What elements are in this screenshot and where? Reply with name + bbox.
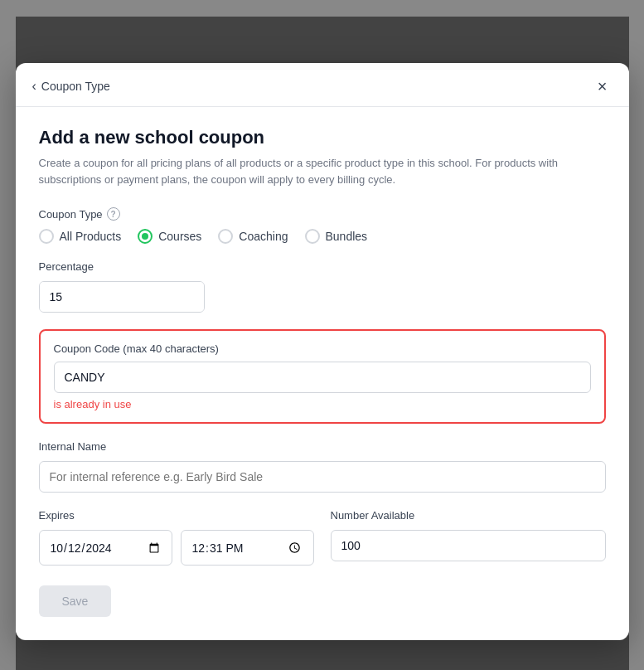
radio-all-products[interactable]: All Products [39,229,122,244]
modal-description: Create a coupon for all pricing plans of… [39,155,606,187]
radio-coaching[interactable]: Coaching [218,229,288,244]
percentage-field: Percentage % [39,260,606,313]
percentage-wrapper: % [39,281,205,313]
expires-row: Expires Number Available [39,509,606,566]
coupon-type-help-icon[interactable]: ? [107,207,120,221]
coupon-type-radio-group: All Products Courses Coaching Bundles [39,229,606,244]
coupon-code-input[interactable] [54,362,591,393]
expires-inputs [39,530,314,566]
radio-input-all-products[interactable] [39,229,54,244]
coupon-code-label: Coupon Code (max 40 characters) [54,342,591,355]
internal-name-field: Internal Name [39,440,606,493]
expires-date-input[interactable] [39,530,172,566]
modal-title: Add a new school coupon [39,127,606,148]
expires-time-input[interactable] [181,530,314,566]
save-button[interactable]: Save [39,585,112,617]
expires-label: Expires [39,509,314,522]
radio-label-coaching: Coaching [239,230,288,243]
radio-bundles[interactable]: Bundles [305,229,368,244]
number-available-input[interactable] [331,530,606,561]
radio-label-bundles: Bundles [326,230,368,243]
internal-name-label: Internal Name [39,440,606,453]
back-chevron-icon: ‹ [32,79,36,94]
internal-name-input[interactable] [39,461,606,493]
radio-courses[interactable]: Courses [138,229,201,244]
expires-col: Expires [39,509,314,566]
back-navigation[interactable]: ‹ Coupon Type [32,79,110,94]
percentage-label: Percentage [39,260,606,273]
radio-input-coaching[interactable] [218,229,233,244]
modal-overlay: ‹ Coupon Type × Add a new school coupon … [16,17,629,670]
modal-dialog: ‹ Coupon Type × Add a new school coupon … [16,63,629,640]
number-available-col: Number Available [331,509,606,561]
radio-label-courses: Courses [158,230,201,243]
coupon-type-field: Coupon Type ? All Products Courses Coach… [39,207,606,244]
close-button[interactable]: × [593,76,613,96]
percentage-input[interactable] [40,282,205,312]
coupon-code-error: is already in use [54,398,591,410]
number-available-label: Number Available [331,509,606,522]
radio-input-courses[interactable] [138,229,153,244]
modal-header: ‹ Coupon Type × [16,63,629,107]
radio-label-all-products: All Products [60,230,122,243]
modal-body: Add a new school coupon Create a coupon … [16,107,629,640]
back-label: Coupon Type [41,80,110,93]
coupon-type-label: Coupon Type ? [39,207,606,221]
coupon-code-section: Coupon Code (max 40 characters) is alrea… [39,329,606,424]
radio-input-bundles[interactable] [305,229,320,244]
